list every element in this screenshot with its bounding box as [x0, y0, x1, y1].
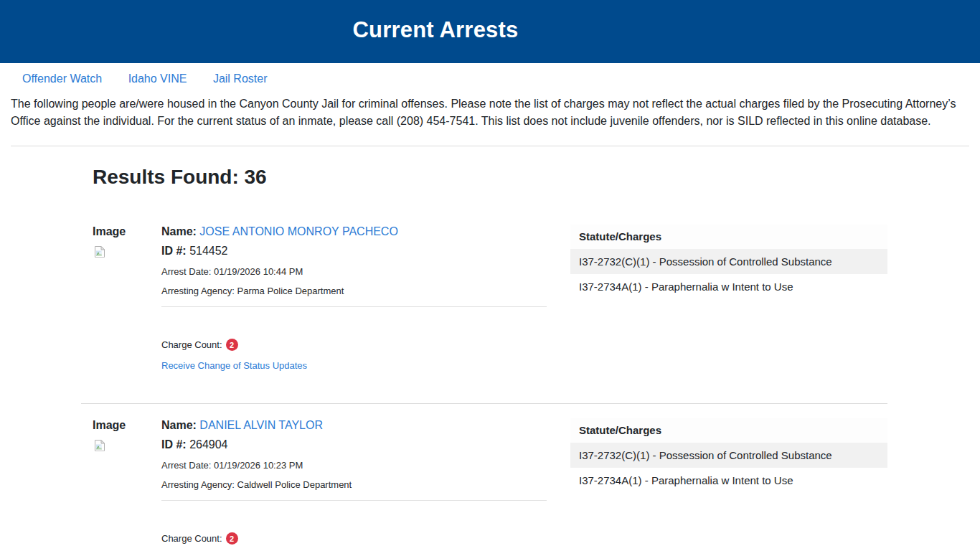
- top-nav: Offender Watch Idaho VINE Jail Roster: [0, 63, 980, 85]
- record-details-column: Name: DANIEL ALVIN TAYLOR ID #: 264904 A…: [161, 418, 547, 551]
- name-line: Name: JOSE ANTONIO MONROY PACHECO: [161, 225, 547, 238]
- id-label: ID #:: [161, 245, 187, 257]
- detail-divider: [161, 500, 547, 501]
- charges-header: Statute/Charges: [570, 225, 887, 249]
- broken-image-icon: [93, 245, 107, 259]
- page-header: Current Arrests: [0, 0, 980, 63]
- charge-count-line: Charge Count: 2: [161, 532, 547, 545]
- agency-value: Parma Police Department: [237, 286, 344, 296]
- charges-header: Statute/Charges: [570, 418, 887, 443]
- charge-count-badge: 2: [226, 532, 238, 545]
- image-label: Image: [93, 225, 161, 238]
- charge-text: I37-2732(C)(1) - Possession of Controlle…: [570, 249, 887, 274]
- broken-image-icon: [93, 438, 107, 453]
- arrest-record: Image Name: DANIEL ALVIN TAYLOR ID #: 26…: [93, 418, 887, 551]
- record-charges-column: Statute/Charges I37-2732(C)(1) - Possess…: [570, 225, 887, 372]
- charge-text: I37-2732(C)(1) - Possession of Controlle…: [570, 443, 887, 468]
- nav-link-jail-roster[interactable]: Jail Roster: [213, 72, 268, 85]
- inmate-name-link[interactable]: JOSE ANTONIO MONROY PACHECO: [199, 225, 398, 237]
- results-count-heading: Results Found: 36: [93, 166, 887, 189]
- image-label: Image: [93, 419, 161, 432]
- arrest-date-line: Arrest Date: 01/19/2026 10:44 PM: [161, 266, 547, 277]
- charge-count-badge: 2: [226, 339, 238, 351]
- charges-table: Statute/Charges I37-2732(C)(1) - Possess…: [570, 225, 887, 299]
- id-line: ID #: 514452: [161, 245, 547, 258]
- agency-label: Arresting Agency:: [161, 286, 235, 296]
- status-updates-link[interactable]: Receive Change of Status Updates: [161, 360, 307, 371]
- record-divider: [81, 403, 887, 404]
- charge-count-line: Charge Count: 2: [161, 339, 547, 351]
- charge-row: I37-2734A(1) - Paraphernalia w Intent to…: [570, 468, 887, 493]
- charge-text: I37-2734A(1) - Paraphernalia w Intent to…: [570, 468, 887, 493]
- id-label: ID #:: [161, 438, 187, 451]
- intro-text: The following people are/were housed in …: [11, 95, 969, 130]
- id-value: 264904: [189, 438, 227, 451]
- name-label: Name:: [161, 419, 197, 431]
- charge-text: I37-2734A(1) - Paraphernalia w Intent to…: [570, 274, 887, 299]
- arrest-date-label: Arrest Date:: [161, 460, 211, 471]
- page-title: Current Arrests: [0, 0, 980, 43]
- nav-link-offender-watch[interactable]: Offender Watch: [22, 72, 102, 85]
- charge-row: I37-2734A(1) - Paraphernalia w Intent to…: [570, 274, 887, 299]
- arrest-date-value: 01/19/2026 10:44 PM: [214, 266, 303, 277]
- name-label: Name:: [161, 225, 197, 237]
- charge-row: I37-2732(C)(1) - Possession of Controlle…: [570, 443, 887, 468]
- charges-table: Statute/Charges I37-2732(C)(1) - Possess…: [570, 418, 887, 493]
- record-details-column: Name: JOSE ANTONIO MONROY PACHECO ID #: …: [161, 225, 547, 372]
- arrest-date-line: Arrest Date: 01/19/2026 10:23 PM: [161, 460, 547, 471]
- inmate-name-link[interactable]: DANIEL ALVIN TAYLOR: [199, 419, 323, 431]
- arrest-date-value: 01/19/2026 10:23 PM: [214, 460, 303, 471]
- charge-count-label: Charge Count:: [161, 533, 222, 544]
- arrest-record: Image Name: JOSE ANTONIO MONROY PACHECO …: [93, 225, 887, 372]
- agency-label: Arresting Agency:: [161, 479, 235, 490]
- id-line: ID #: 264904: [161, 438, 547, 451]
- charge-count-label: Charge Count:: [161, 339, 222, 350]
- arrest-date-label: Arrest Date:: [161, 266, 211, 277]
- agency-value: Caldwell Police Department: [237, 479, 352, 490]
- results-section: Results Found: 36 Image Name: JOSE ANTON…: [81, 166, 887, 551]
- record-image-column: Image: [93, 225, 161, 372]
- record-charges-column: Statute/Charges I37-2732(C)(1) - Possess…: [570, 418, 887, 551]
- name-line: Name: DANIEL ALVIN TAYLOR: [161, 419, 547, 432]
- status-updates-line: Receive Change of Status Updates: [161, 359, 547, 372]
- agency-line: Arresting Agency: Caldwell Police Depart…: [161, 479, 547, 490]
- charge-row: I37-2732(C)(1) - Possession of Controlle…: [570, 249, 887, 274]
- record-image-column: Image: [93, 418, 161, 551]
- agency-line: Arresting Agency: Parma Police Departmen…: [161, 286, 547, 296]
- id-value: 514452: [189, 245, 227, 257]
- detail-divider: [161, 306, 547, 307]
- nav-link-idaho-vine[interactable]: Idaho VINE: [128, 72, 187, 85]
- page-divider: [11, 146, 969, 146]
